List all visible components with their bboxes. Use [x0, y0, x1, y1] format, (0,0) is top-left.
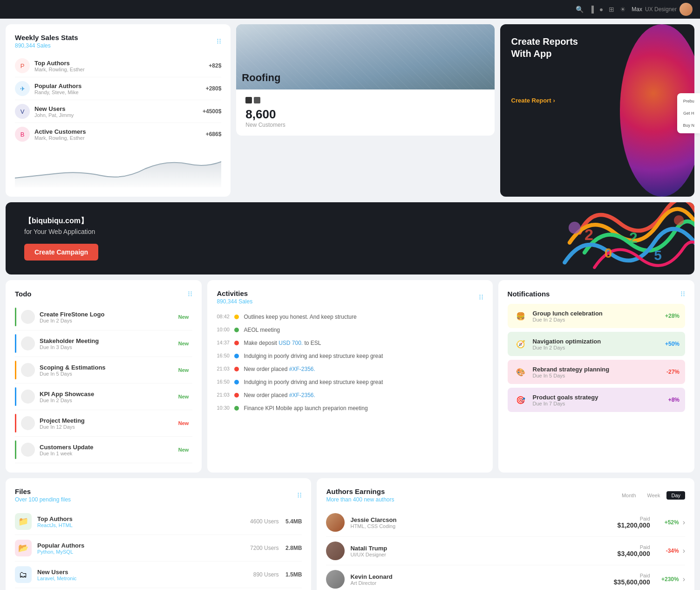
todo-dot-1: [15, 308, 16, 326]
todo-name-5: Project Meeting: [40, 417, 175, 424]
activity-time-2: 10:00: [217, 327, 234, 332]
activity-dot-5: [234, 367, 239, 371]
todo-name-4: KPI App Showcase: [40, 391, 175, 398]
activity-text-3: Make deposit USD 700. to ESL: [244, 340, 321, 346]
active-customers-sub: Mark, Rowling, Esther: [34, 135, 206, 141]
todo-badge-3: New: [175, 366, 193, 374]
file-item-3: 🗂 New Users Laravel, Metronic 890 Users …: [15, 562, 302, 588]
side-panel: Prebu Get H Buy N: [677, 93, 700, 133]
file-tech-3: Laravel, Metronic: [37, 576, 241, 581]
notification-item-2: 🧭 Navigation optimization Due In 2 Days …: [508, 332, 685, 356]
author-paid-label-2: Paid: [604, 544, 650, 550]
notifications-menu-icon[interactable]: ⁝⁝: [680, 289, 685, 298]
grid-icon[interactable]: ⊞: [609, 6, 614, 13]
author-item-1: Jessie Clarcson HTML, CSS Coding Paid $1…: [326, 508, 685, 537]
todo-info-2: Stakeholder Meeting Due In 3 Days: [40, 337, 175, 350]
files-menu-icon[interactable]: ⁝⁝: [297, 491, 302, 500]
file-item-1: 📁 Top Authors ReactJs, HTML 4600 Users 5…: [15, 508, 302, 535]
author-item-2: Natali Trump UI/UX Designer Paid $3,400,…: [326, 537, 685, 565]
campaign-swirl-svg: 2 0 2 5: [555, 202, 694, 273]
activities-title: Activities: [217, 289, 252, 297]
activities-subtitle: 890,344 Sales: [217, 298, 252, 305]
sales-item: B Active Customers Mark, Rowling, Esther…: [15, 123, 221, 145]
file-item-2: 📂 Popular Authors Python, MySQL 7200 Use…: [15, 535, 302, 562]
todo-due-3: Due In 5 Days: [40, 371, 175, 377]
author-items-list: Jessie Clarcson HTML, CSS Coding Paid $1…: [326, 508, 685, 590]
notif-info-4: Product goals strategy Due In 7 Days: [533, 394, 664, 406]
activity-text-5: New order placed #XF-2356.: [244, 366, 315, 372]
todo-dot-2: [15, 334, 16, 353]
create-campaign-button[interactable]: Create Campaign: [24, 244, 98, 261]
earnings-header: Authors Earnings More than 400 new autho…: [326, 487, 685, 503]
notification-item-3: 🎨 Rebrand strategy planning Due In 5 Day…: [508, 360, 685, 384]
activity-link-7[interactable]: #XF-2356.: [289, 392, 315, 398]
file-size-1: 5.4MB: [279, 518, 302, 525]
file-info-1: Top Authors ReactJs, HTML: [37, 515, 241, 528]
todo-name-1: Create FireStone Logo: [40, 311, 175, 318]
author-avatar-2: [326, 542, 345, 560]
activity-text3b: to ESL: [303, 340, 321, 346]
todo-item: Scoping & Estimations Due In 5 Days New: [15, 357, 192, 384]
activity-item: 21:03 New order placed #XF-2356.: [217, 389, 483, 402]
period-week-button[interactable]: Week: [643, 491, 665, 500]
top-authors-icon: P: [15, 58, 30, 73]
side-item-prebu[interactable]: Prebu: [681, 97, 696, 105]
activity-dot-3: [234, 341, 239, 345]
todo-menu-icon[interactable]: ⁝⁝: [188, 289, 192, 298]
row-4: Files Over 100 pending files ⁝⁝ 📁 Top Au…: [6, 478, 694, 590]
file-name-1: Top Authors: [37, 515, 241, 522]
svg-text:2: 2: [584, 226, 593, 243]
weekly-sales-menu-icon[interactable]: ⁝⁝: [217, 37, 221, 46]
activity-link-5[interactable]: #XF-2356.: [289, 366, 315, 372]
todo-avatar-2: [21, 336, 35, 350]
todo-info-4: KPI App Showcase Due In 2 Days: [40, 391, 175, 403]
svg-text:5: 5: [654, 247, 662, 263]
activity-time-1: 08:42: [217, 314, 234, 319]
todo-name-3: Scoping & Estimations: [40, 364, 175, 371]
grid-icons: [245, 97, 485, 103]
side-item-buyn[interactable]: Buy N: [681, 121, 696, 130]
period-month-button[interactable]: Month: [617, 491, 641, 500]
author-paid-label-1: Paid: [604, 516, 650, 521]
search-icon[interactable]: 🔍: [576, 6, 584, 13]
activity-text-2: AEOL meeting: [244, 327, 280, 333]
file-size-3: 1.5MB: [279, 571, 302, 578]
period-day-button[interactable]: Day: [666, 491, 685, 500]
todo-due-4: Due In 2 Days: [40, 398, 175, 403]
todo-avatar-4: [21, 390, 35, 404]
svg-text:2: 2: [629, 229, 638, 246]
new-users-value: +4500$: [203, 108, 221, 115]
file-users-1: 4600 Users: [241, 518, 279, 525]
todo-name-2: Stakeholder Meeting: [40, 337, 175, 344]
side-item-geth[interactable]: Get H: [681, 109, 696, 117]
activities-menu-icon[interactable]: ⁝⁝: [479, 293, 483, 302]
notif-value-4: +8%: [668, 397, 680, 403]
avatar[interactable]: [680, 3, 693, 16]
todo-avatar-3: [21, 363, 35, 377]
roofing-card: Roofing 8,600 New Customers: [236, 24, 494, 197]
notif-icon-2: 🧭: [513, 336, 528, 351]
activity-text-1: Outlines keep you honest. And keep struc…: [244, 314, 356, 320]
author-arrow-1[interactable]: ›: [683, 518, 685, 527]
activity-item: 14:37 Make deposit USD 700. to ESL: [217, 336, 483, 350]
user-profile[interactable]: Max UX Designer: [632, 3, 693, 16]
author-role-2: UI/UX Designer: [350, 552, 603, 557]
activity-text-4: Indulging in poorly driving and keep str…: [244, 353, 383, 359]
author-change-1: +52%: [656, 519, 679, 526]
notif-due-2: Due In 2 Days: [533, 345, 660, 350]
activity-link-3[interactable]: USD 700.: [279, 340, 303, 346]
author-info-2: Natali Trump UI/UX Designer: [350, 545, 603, 557]
author-arrow-3[interactable]: ›: [683, 575, 685, 583]
author-name-3: Kevin Leonard: [350, 573, 603, 580]
file-icon-2: 📂: [15, 540, 32, 556]
activity-time-5: 21:03: [217, 366, 234, 371]
brightness-icon[interactable]: ☀: [620, 6, 626, 13]
sales-items-list: P Top Authors Mark, Rowling, Esther +82$…: [15, 55, 221, 145]
popular-authors-sub: Randy, Steve, Mike: [34, 89, 206, 95]
authors-earnings-card: Authors Earnings More than 400 new autho…: [317, 478, 694, 590]
file-name-2: Popular Authors: [37, 542, 241, 549]
author-arrow-2[interactable]: ›: [683, 547, 685, 555]
campaign-banner: 【biqubiqu.com】 for Your Web Application …: [6, 202, 694, 274]
weekly-sales-subtitle: 890,344 Sales: [15, 42, 78, 49]
notif-info-2: Navigation optimization Due In 2 Days: [533, 338, 660, 350]
